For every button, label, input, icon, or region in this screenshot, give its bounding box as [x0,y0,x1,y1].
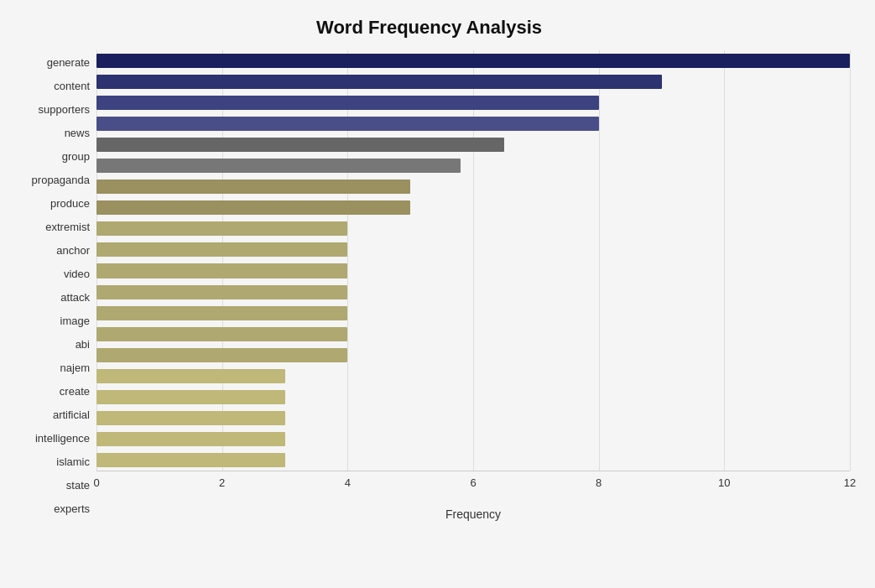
bars-and-x: 024681012 Frequency [96,50,850,521]
bar-row-produce [96,176,850,197]
y-label-create: create [60,386,90,397]
y-label-image: image [60,315,90,326]
y-label-artificial: artificial [53,409,90,420]
y-label-propaganda: propaganda [32,174,90,185]
bar-extremist [96,200,410,215]
bar-row-islamic [96,408,850,429]
y-label-islamic: islamic [56,456,90,467]
y-label-abi: abi [76,339,90,350]
bar-content [96,75,662,89]
x-tick-10: 10 [718,476,730,489]
y-label-video: video [64,268,90,279]
chart-area: generatecontentsupportersnewsgrouppropag… [8,50,850,521]
y-label-group: group [62,151,90,162]
bar-anchor [96,221,347,236]
bar-row-content [96,71,850,92]
bar-row-generate [96,50,850,71]
bar-row-group [96,134,850,155]
y-label-state: state [66,480,90,491]
bar-islamic [96,411,285,425]
bar-abi [96,306,347,320]
y-label-anchor: anchor [56,245,90,256]
bar-create [96,348,347,362]
bar-row-artificial [96,366,850,387]
bar-row-attack [96,260,850,281]
x-tick-6: 6 [470,476,476,489]
bar-supporters [96,96,599,110]
bar-intelligence [96,390,285,404]
bars-area [96,50,850,471]
x-tick-2: 2 [219,476,225,489]
y-label-supporters: supporters [39,104,90,115]
grid-line-12 [850,50,851,471]
bar-row-video [96,239,850,260]
y-label-intelligence: intelligence [35,433,90,444]
bar-experts [96,453,285,467]
bar-row-state [96,429,850,450]
y-label-news: news [65,127,90,138]
bar-image [96,285,347,299]
bar-produce [96,180,410,194]
bar-najem [96,327,347,341]
bar-row-experts [96,450,850,471]
y-label-content: content [54,81,90,91]
bar-row-create [96,345,850,366]
y-label-najem: najem [60,362,90,373]
bar-row-anchor [96,218,850,239]
y-labels: generatecontentsupportersnewsgrouppropag… [8,50,96,521]
bar-video [96,242,347,257]
x-tick-4: 4 [345,476,351,489]
y-label-extremist: extremist [45,221,90,232]
x-tick-0: 0 [93,476,99,489]
bar-generate [96,54,850,68]
bar-propaganda [96,159,461,173]
y-label-experts: experts [54,503,90,514]
x-axis-label: Frequency [96,507,850,521]
bar-attack [96,263,347,278]
y-label-attack: attack [60,292,90,303]
bar-row-intelligence [96,387,850,408]
y-label-produce: produce [50,198,90,209]
x-tick-12: 12 [844,476,856,489]
bar-row-abi [96,303,850,324]
bar-row-news [96,113,850,134]
bar-row-extremist [96,197,850,218]
bar-row-image [96,282,850,303]
bar-news [96,117,599,131]
chart-title: Word Frequency Analysis [8,17,850,39]
bar-state [96,432,285,446]
bar-row-propaganda [96,155,850,176]
bar-row-najem [96,324,850,345]
y-label-generate: generate [47,57,90,68]
chart-container: Word Frequency Analysis generatecontents… [0,0,875,588]
x-axis: 024681012 [96,471,850,504]
bar-artificial [96,369,285,383]
x-tick-8: 8 [596,476,602,489]
bar-group [96,138,504,152]
bar-row-supporters [96,92,850,113]
